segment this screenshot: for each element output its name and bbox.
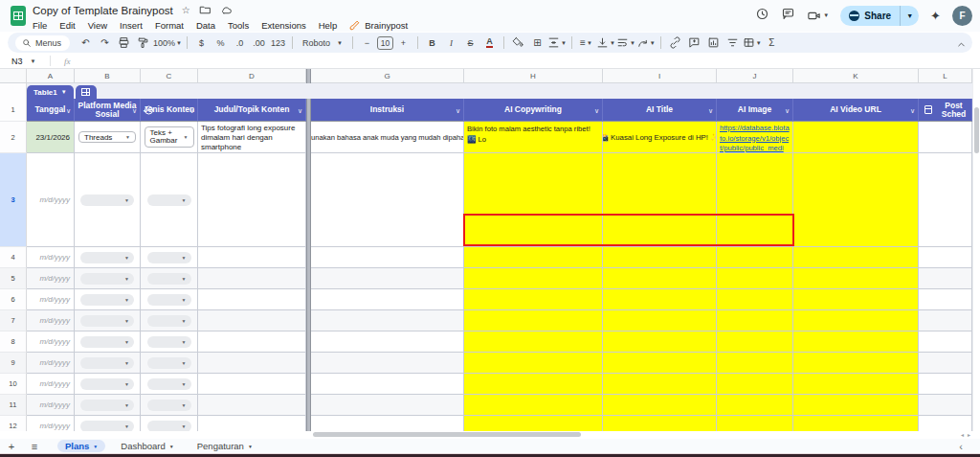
cell-platform-dropdown[interactable]: ▼	[75, 374, 141, 395]
header-jenis-konten[interactable]: Jenis Konten∨	[141, 99, 198, 122]
cell-post-schedule[interactable]	[919, 122, 972, 153]
zoom-select[interactable]: 100%▼	[153, 34, 182, 51]
header-ai-title[interactable]: AI Title∨	[603, 99, 717, 122]
column-header-L[interactable]: L	[919, 69, 972, 83]
date-placeholder[interactable]: m/d/yyyy	[39, 253, 70, 262]
cell-jenis-dropdown[interactable]: ▼	[141, 353, 198, 374]
cell-platform-dropdown[interactable]: ▼	[75, 353, 141, 374]
row-header[interactable]: 5	[0, 268, 27, 289]
comments-icon[interactable]	[781, 7, 795, 25]
format-percent-button[interactable]: %	[212, 34, 230, 51]
row-header-1[interactable]: 1	[0, 99, 27, 122]
menu-file[interactable]: File	[33, 20, 47, 31]
insert-table-button[interactable]: ▼	[743, 34, 762, 51]
tab-dashboard[interactable]: Dashboard▼	[113, 440, 181, 452]
cell-platform-dropdown[interactable]: ▼	[75, 153, 141, 247]
cell-judul[interactable]: Tips fotografi long exposure dimalam har…	[198, 122, 306, 153]
meet-caret-icon[interactable]: ▼	[823, 12, 829, 18]
undo-button[interactable]: ↶	[77, 34, 95, 51]
tab-pengaturan[interactable]: Pengaturan▼	[189, 440, 260, 452]
cell-platform-dropdown[interactable]: ▼	[75, 289, 141, 310]
share-button[interactable]: Share ▼	[840, 6, 919, 26]
header-platform[interactable]: Platform Media Sosial∨	[75, 99, 141, 122]
menu-view[interactable]: View	[88, 20, 107, 31]
italic-button[interactable]: I	[442, 34, 460, 51]
header-ai-image[interactable]: AI Image∨	[717, 99, 793, 122]
date-placeholder[interactable]: m/d/yyyy	[39, 400, 70, 409]
font-select[interactable]: Roboto▼	[298, 34, 347, 51]
increase-font-size-button[interactable]: +	[394, 34, 412, 51]
menu-tools[interactable]: Tools	[228, 20, 249, 31]
text-color-button[interactable]: A	[486, 37, 493, 48]
add-sheet-button[interactable]: +	[0, 441, 23, 452]
vertical-scrollbar-thumb[interactable]	[974, 107, 979, 153]
increase-decimal-button[interactable]: .00	[250, 34, 268, 51]
scroll-arrows[interactable]: ◂▸	[961, 431, 974, 438]
name-box[interactable]: N3▼	[0, 57, 44, 66]
vertical-scrollbar[interactable]	[972, 69, 980, 431]
menu-data[interactable]: Data	[196, 20, 215, 31]
tab-plans[interactable]: Plans▼	[57, 440, 105, 452]
cell-jenis-dropdown[interactable]: Teks + Gambar▼	[141, 122, 198, 153]
header-instruksi[interactable]: Instruksi∨	[311, 99, 464, 122]
decrease-font-size-button[interactable]: −	[358, 34, 376, 51]
cell-jenis-dropdown[interactable]: ▼	[141, 395, 198, 416]
row-header[interactable]: 4	[0, 247, 27, 268]
header-judul[interactable]: Judul/Topik Konten∨	[198, 99, 306, 122]
borders-button[interactable]: ⊞	[528, 34, 546, 51]
vertical-align-button[interactable]: ▼	[596, 34, 615, 51]
meet-icon[interactable]: ▼	[807, 9, 829, 23]
functions-button[interactable]: Σ	[763, 34, 781, 51]
date-placeholder[interactable]: m/d/yyyy	[39, 274, 70, 283]
cell-ai-video-url[interactable]	[793, 122, 919, 153]
star-icon[interactable]: ☆	[182, 5, 190, 15]
menus-search-button[interactable]: Menus	[15, 35, 70, 51]
header-ai-video-url[interactable]: AI Video URL∨	[793, 99, 919, 122]
cell-ai-title[interactable]: 📸 Kuasai Long Exposure di HP! ✨	[603, 122, 717, 153]
more-formats-button[interactable]: 123	[269, 34, 287, 51]
cell-platform-dropdown[interactable]: ▼	[75, 247, 141, 268]
header-ai-copywriting[interactable]: AI Copywriting∨	[464, 99, 603, 122]
date-placeholder[interactable]: m/d/yyyy	[39, 295, 70, 304]
text-rotation-button[interactable]: ▼	[636, 34, 656, 51]
column-header-K[interactable]: K	[793, 69, 919, 83]
bold-button[interactable]: B	[423, 34, 441, 51]
formula-input[interactable]	[71, 54, 980, 68]
horizontal-scrollbar[interactable]: ◂▸	[0, 431, 980, 439]
insert-comment-button[interactable]	[685, 34, 703, 51]
menu-format[interactable]: Format	[155, 20, 184, 31]
column-header-A[interactable]: A	[27, 69, 75, 83]
horizontal-scrollbar-thumb[interactable]	[313, 432, 581, 437]
table-menu-icon[interactable]	[76, 85, 97, 99]
menu-extensions[interactable]: Extensions	[261, 20, 305, 31]
column-header-J[interactable]: J	[717, 69, 793, 83]
column-header-B[interactable]: B	[75, 69, 141, 83]
text-wrap-button[interactable]: ▼	[616, 34, 635, 51]
merge-cells-button[interactable]: ▼	[547, 34, 567, 51]
cell-tanggal[interactable]: 23/1/2026	[27, 122, 75, 153]
cell-jenis-dropdown[interactable]: ▼	[141, 331, 198, 353]
cell-platform-dropdown[interactable]: ▼	[75, 416, 141, 431]
ai-image-link[interactable]: https://database.blotato.io/storage/v1/o…	[717, 122, 792, 153]
cell-jenis-dropdown[interactable]: ▼	[141, 374, 198, 395]
cell-platform-dropdown[interactable]: ▼	[75, 268, 141, 289]
redo-button[interactable]: ↷	[96, 34, 114, 51]
column-header-H[interactable]: H	[464, 69, 603, 83]
date-placeholder[interactable]: m/d/yyyy	[39, 379, 70, 388]
row-header[interactable]: 7	[0, 310, 27, 331]
cell-jenis-dropdown[interactable]: ▼	[141, 268, 198, 289]
date-placeholder[interactable]: m/d/yyyy	[39, 195, 70, 204]
cell-jenis-dropdown[interactable]: ▼	[141, 310, 198, 331]
print-button[interactable]	[115, 34, 133, 51]
menu-help[interactable]: Help	[319, 20, 338, 31]
avatar[interactable]: F	[952, 6, 972, 26]
row-header[interactable]: 9	[0, 353, 27, 374]
cell-instruksi[interactable]: unakan bahasa anak muda yang mudah dipah…	[311, 122, 464, 153]
date-placeholder[interactable]: m/d/yyyy	[39, 358, 70, 367]
row-header[interactable]: 6	[0, 289, 27, 310]
row-header-2[interactable]: 2	[0, 122, 27, 153]
cell-platform-dropdown[interactable]: ▼	[75, 310, 141, 331]
cell-jenis-dropdown[interactable]: ▼	[141, 247, 198, 268]
column-header-G[interactable]: G	[311, 69, 464, 83]
collapse-toolbar-icon[interactable]	[956, 36, 967, 54]
